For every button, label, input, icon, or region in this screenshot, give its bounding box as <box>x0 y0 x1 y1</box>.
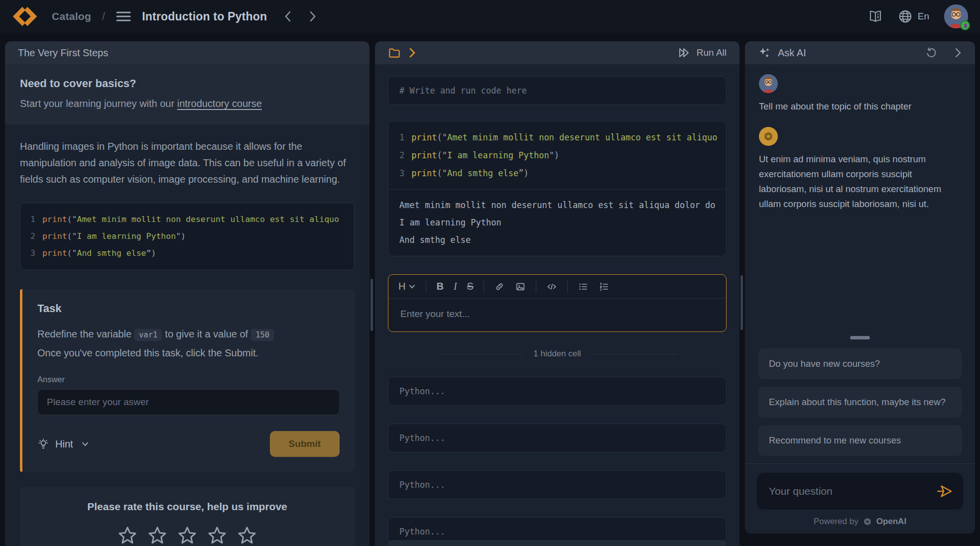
code-keyword: print <box>411 132 437 142</box>
reset-chat-icon[interactable] <box>925 47 937 59</box>
ai-message-text: Ut enim ad minima veniam, quis nostrum e… <box>759 152 961 212</box>
task-description: Redefine the variablevar1to give it a va… <box>37 325 340 362</box>
star-icon[interactable] <box>146 525 168 546</box>
ask-ai-header: Ask AI <box>745 41 975 64</box>
bullet-list-icon <box>578 281 589 292</box>
ask-ai-bottom: Do you have new courses? Explain about t… <box>745 336 975 534</box>
link-tool[interactable] <box>494 281 505 292</box>
strikethrough-tool[interactable]: S <box>467 281 474 292</box>
code-punctuation: (" <box>67 231 77 241</box>
code-punctuation: (" <box>437 168 447 178</box>
hint-toggle[interactable]: Hint <box>37 438 89 450</box>
line-number: 3 <box>399 168 404 178</box>
code-string: I am learning Python <box>77 231 176 241</box>
send-icon[interactable] <box>936 483 953 500</box>
avatar-image <box>759 74 778 93</box>
openai-label: OpenAI <box>876 517 906 527</box>
chat-user-avatar <box>759 74 778 93</box>
inline-code-value: 150 <box>251 329 274 341</box>
link-icon <box>494 281 505 292</box>
menu-icon[interactable] <box>116 10 131 22</box>
strike-tool-label: S <box>467 281 474 292</box>
output-line: And smthg else <box>399 231 715 249</box>
bold-tool-label: B <box>436 281 443 292</box>
drag-handle[interactable] <box>850 336 870 339</box>
editor-text-area[interactable]: Enter your text... <box>388 299 726 331</box>
line-number: 1 <box>30 215 35 224</box>
user-message-text: Tell me about the topic of this chapter <box>759 99 961 114</box>
code-punctuation: ”) <box>146 248 156 258</box>
chevron-left-icon[interactable] <box>284 11 292 22</box>
code-cell[interactable]: 1print("Amet minim mollit non deserunt u… <box>388 121 727 256</box>
suggestion-list: Do you have new courses? Explain about t… <box>745 348 975 456</box>
notebook-header: Run All <box>375 41 739 64</box>
suggestion-chip[interactable]: Explain about this function, maybe its n… <box>758 387 962 418</box>
user-avatar[interactable] <box>944 4 968 28</box>
question-input[interactable] <box>769 485 936 497</box>
run-all-button[interactable]: Run All <box>678 46 727 59</box>
python-cell[interactable]: Python... <box>388 470 727 499</box>
breadcrumb-separator: / <box>102 10 105 23</box>
ask-ai-footer: Powered by OpenAI <box>745 463 975 534</box>
star-icon[interactable] <box>206 525 228 546</box>
python-cell[interactable]: Python... <box>388 377 727 406</box>
collapse-panel-icon[interactable] <box>954 47 962 58</box>
code-icon <box>546 281 557 292</box>
ordered-list-tool[interactable] <box>599 281 610 292</box>
brand-logo-icon[interactable] <box>12 6 38 27</box>
suggestion-chip[interactable]: Do you have new courses? <box>758 348 962 379</box>
lesson-panel: The Very First Steps Need to cover basic… <box>5 41 369 546</box>
heading-tool[interactable]: H <box>398 281 416 292</box>
basics-callout: Need to cover basics? Start your learnin… <box>5 64 369 124</box>
image-tool[interactable] <box>515 281 526 292</box>
code-punctuation: (" <box>67 248 77 258</box>
inline-code-var: var1 <box>134 329 162 341</box>
hidden-cell-label: 1 hidden cell <box>533 349 581 359</box>
submit-button[interactable]: Submit <box>270 431 340 457</box>
code-line: 3print("And smthg else”) <box>399 164 715 182</box>
bullet-list-tool[interactable] <box>578 281 589 292</box>
line-number: 1 <box>399 132 404 142</box>
book-info-icon[interactable] <box>868 9 883 24</box>
notebook-panel-scrollbar[interactable] <box>740 275 743 330</box>
breadcrumb-catalog[interactable]: Catalog <box>52 10 91 22</box>
code-string: And smthg else <box>77 248 146 258</box>
introductory-course-link[interactable]: introductory course <box>177 98 262 109</box>
chevron-right-icon[interactable] <box>309 11 317 22</box>
ai-message: Ut enim ad minima veniam, quis nostrum e… <box>759 127 961 212</box>
editor-toolbar: H B I S <box>388 275 726 299</box>
code-keyword: print <box>411 168 437 178</box>
code-punctuation: ”) <box>518 168 528 178</box>
python-cell[interactable]: Python... <box>388 424 727 452</box>
lesson-panel-header: The Very First Steps <box>5 41 369 64</box>
suggestion-chip[interactable]: Recommend to me new courses <box>758 425 962 456</box>
output-line: Amet minim mollit non deserunt ullamco e… <box>399 197 715 214</box>
chevron-down-icon <box>81 440 89 448</box>
image-icon <box>515 281 526 292</box>
folder-icon[interactable] <box>388 46 401 59</box>
left-panel-scrollbar[interactable] <box>370 279 373 331</box>
powered-by: Powered by OpenAI <box>757 517 963 527</box>
language-switcher[interactable]: En <box>898 9 929 24</box>
bold-tool[interactable]: B <box>436 281 443 292</box>
answer-input[interactable] <box>37 389 340 415</box>
scratch-code-cell[interactable]: # Write and run code here <box>388 76 727 105</box>
run-all-icon <box>678 46 691 59</box>
expand-chevron-icon[interactable] <box>408 47 417 58</box>
code-line: 1print("Amet minim mollit non deserunt u… <box>399 128 715 146</box>
star-icon[interactable] <box>236 525 258 546</box>
star-rating <box>30 525 345 546</box>
page-title: Introduction to Python <box>142 10 267 23</box>
code-string: Amet minim mollit non deserunt ullamco e… <box>77 215 339 224</box>
lesson-title: The Very First Steps <box>18 47 108 59</box>
star-icon[interactable] <box>176 525 198 546</box>
code-keyword: print <box>42 215 67 224</box>
italic-tool[interactable]: I <box>454 281 457 292</box>
callout-title: Need to cover basics? <box>20 77 355 90</box>
language-label: En <box>918 11 929 22</box>
code-tool[interactable] <box>546 281 557 292</box>
divider-line <box>592 354 677 354</box>
ask-ai-panel: Ask AI <box>745 41 975 534</box>
hidden-cell-divider[interactable]: 1 hidden cell <box>388 349 727 359</box>
star-icon[interactable] <box>117 525 138 546</box>
